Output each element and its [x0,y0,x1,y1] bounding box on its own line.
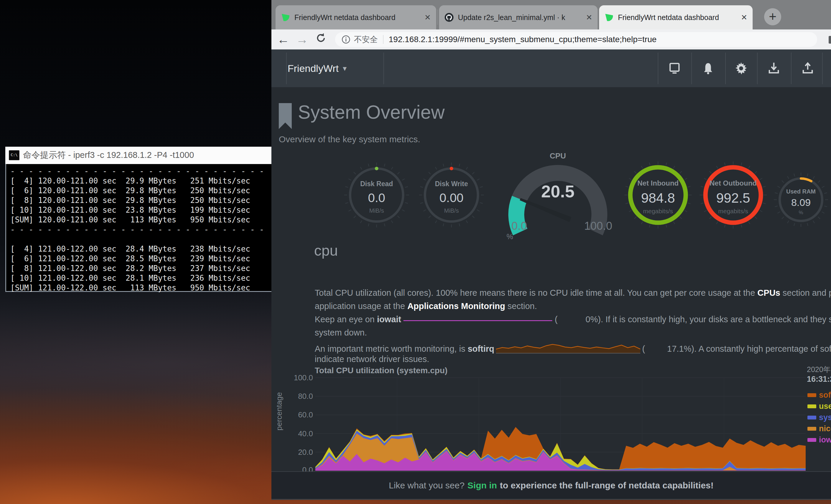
terminal-line: [SUM] 120.00-121.00 sec 113 MBytes 950 M… [10,215,271,225]
legend-item-system[interactable]: system [807,413,831,422]
terminal-title: 命令提示符 - iperf3 -c 192.168.1.2 -P4 -t1000 [23,149,194,161]
header-separator [725,53,726,84]
svg-text:%: % [507,232,513,240]
close-icon[interactable]: ✕ [741,13,747,22]
legend-swatch [807,393,816,397]
svg-text:megabits/s: megabits/s [643,208,673,214]
upload-icon [801,62,814,75]
signin-prompt: Like what you see? [389,480,465,491]
host-name: FriendlyWrt [288,63,339,74]
tab-title: FriendlyWrt netdata dashboard [618,13,738,22]
host-dropdown[interactable]: FriendlyWrt ▾ [288,50,347,87]
url-text[interactable]: 192.168.2.1:19999/#menu_system_submenu_c… [389,35,657,44]
back-button[interactable]: ← [274,32,293,47]
cpu-gauge-title: CPU [528,151,587,160]
reload-icon [315,32,326,43]
net-outbound-gauge[interactable]: Net Outbound992.5megabits/s [697,158,770,233]
import-button[interactable] [765,59,783,77]
terminal-titlebar[interactable]: C:\ 命令提示符 - iperf3 -c 192.168.1.2 -P4 -t… [5,147,271,164]
reload-button[interactable] [312,32,330,47]
settings-button[interactable] [732,59,750,77]
applications-monitoring-link[interactable]: Applications Monitoring [407,301,505,311]
security-label[interactable]: 不安全 [354,34,378,45]
legend-swatch [807,416,816,419]
my-netdata-screens-button[interactable] [666,59,683,77]
page-subtitle: Overview of the key system metrics. [279,134,420,144]
browser-toolbar: ← → 不安全 192.168.2.1:19999/#menu_system_s… [271,29,831,50]
toolbar-edge-icon[interactable] [829,36,831,43]
svg-text:0.0: 0.0 [368,191,385,205]
header-separator [757,53,757,84]
terminal-line: [ 8] 121.00-122.00 sec 28.2 MBytes 237 M… [10,264,271,273]
svg-text:992.5: 992.5 [716,190,750,206]
legend-label: iowait [819,435,831,445]
browser-window: FriendlyWrt netdata dashboard ✕ Update r… [271,0,831,500]
cpu-utilization-chart[interactable]: 20.040.060.080.0100.00.0 [290,364,809,474]
legend-label: user [819,402,831,411]
close-icon[interactable]: ✕ [424,13,431,22]
tab-strip: FriendlyWrt netdata dashboard ✕ Update r… [271,0,831,29]
terminal-line: [ 4] 120.00-121.00 sec 29.9 MBytes 251 M… [10,176,271,186]
used-ram-gauge[interactable]: Used RAM8.09% [773,172,829,229]
terminal-line: [ 10] 121.00-122.00 sec 28.1 MBytes 236 … [10,273,271,283]
svg-text:Net Outbound: Net Outbound [710,179,757,187]
alarms-button[interactable] [699,59,717,77]
terminal-line [10,235,271,244]
svg-text:8.09: 8.09 [791,197,811,208]
svg-text:40.0: 40.0 [298,429,313,438]
info-icon [342,35,350,44]
terminal-line: [SUM] 121.00-122.00 sec 113 MBytes 950 M… [10,283,271,293]
tab-friendlywrt-1[interactable]: FriendlyWrt netdata dashboard ✕ [276,5,436,29]
export-button[interactable] [799,59,816,77]
terminal-line: [ 4] 121.00-122.00 sec 28.4 MBytes 238 M… [10,244,271,254]
download-icon [767,62,780,75]
tab-friendlywrt-2-active[interactable]: FriendlyWrt netdata dashboard ✕ [599,5,753,29]
legend-swatch [807,438,816,442]
github-icon [445,13,454,22]
legend-label: system [819,413,831,422]
omnibox-divider [383,35,383,44]
cpu-gauge[interactable]: 20.50.0100.0% [501,160,616,241]
forward-button[interactable]: → [293,32,312,47]
iowait-inline-chart[interactable] [403,317,552,321]
legend-item-iowait[interactable]: iowait [807,435,831,445]
cpus-link[interactable]: CPUs [757,288,780,297]
bookmark-icon [279,103,292,129]
net-inbound-gauge[interactable]: Net Inbound984.8megabits/s [622,158,694,233]
disk-write-gauge[interactable]: Disk Write0.00MiB/s [417,160,486,231]
cpu-section-heading: cpu [314,242,338,259]
svg-text:20.0: 20.0 [298,448,313,456]
legend-item-nice[interactable]: nice [807,424,831,433]
url-omnibox[interactable]: 不安全 192.168.2.1:19999/#menu_system_subme… [335,32,817,47]
cpu-paragraph-line: An important metric worth monitoring, is… [315,341,831,354]
cpu-paragraph-line: indicate network driver issues. [315,354,429,364]
svg-text:Disk Write: Disk Write [435,180,468,188]
cpu-paragraph-line: application usage at the Applications Mo… [315,301,537,311]
netdata-icon [604,13,614,22]
chart-ylabel: percentage [275,413,284,431]
disk-read-gauge[interactable]: Disk Read0.0MiB/s [342,160,411,231]
svg-text:100.0: 100.0 [584,220,612,232]
tab-github[interactable]: Update r2s_lean_minimal.yml · k ✕ [439,5,598,29]
softirq-inline-chart[interactable] [496,341,640,354]
svg-text:20.5: 20.5 [541,182,575,201]
terminal-line: - - - - - - - - - - - - - - - - - - - - … [10,167,271,176]
svg-text:80.0: 80.0 [298,392,313,401]
chevron-down-icon: ▾ [343,64,347,73]
cpu-paragraph-line: Keep an eye on iowait(0%). If it is cons… [315,315,831,324]
svg-text:Net Inbound: Net Inbound [637,179,679,187]
close-icon[interactable]: ✕ [586,13,592,22]
new-tab-button[interactable]: + [764,8,781,25]
header-separator [822,53,823,84]
svg-text:MiB/s: MiB/s [369,207,384,214]
netdata-header: FriendlyWrt ▾ [271,50,831,87]
legend-item-softirq[interactable]: softirq [807,391,831,400]
chart-time: 16:31:2 [807,375,831,384]
svg-text:Used RAM: Used RAM [786,188,816,195]
legend-label: nice [819,424,831,433]
netdata-page: System Overview Overview of the key syst… [271,87,831,471]
signin-link[interactable]: Sign in [467,480,497,491]
terminal-line: [ 6] 121.00-122.00 sec 28.5 MBytes 239 M… [10,254,271,264]
legend-item-user[interactable]: user [807,402,831,411]
terminal-output: - - - - - - - - - - - - - - - - - - - - … [5,164,271,292]
